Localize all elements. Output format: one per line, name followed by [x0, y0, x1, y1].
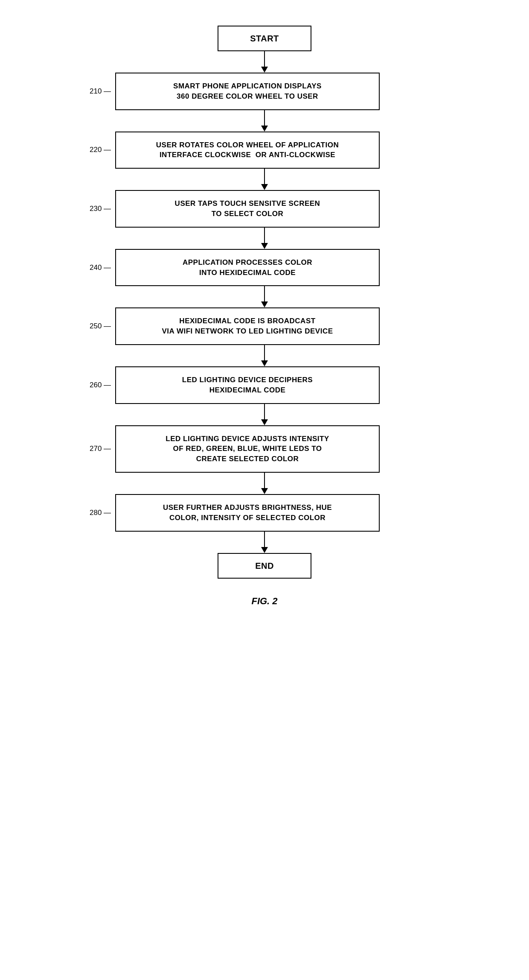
- arrow-line-0: [264, 51, 265, 67]
- arrow-head-8: [261, 547, 268, 553]
- arrow-line-5: [264, 345, 265, 360]
- arrow-8: [261, 532, 268, 553]
- arrow-6: [261, 404, 268, 425]
- end-box: END: [218, 553, 311, 579]
- flow-wrapper: START 210 — SMART PHONE APPLICATION DISP…: [115, 26, 414, 579]
- diagram-container: START 210 — SMART PHONE APPLICATION DISP…: [0, 0, 529, 980]
- arrow-head-6: [261, 419, 268, 425]
- step-label-270: 270 —: [90, 445, 111, 453]
- step-box-280: USER FURTHER ADJUSTS BRIGHTNESS, HUECOLO…: [115, 494, 380, 532]
- fig-caption: FIG. 2: [251, 596, 277, 607]
- step-box-240: APPLICATION PROCESSES COLORINTO HEXIDECI…: [115, 249, 380, 287]
- arrow-head-0: [261, 67, 268, 73]
- step-box-230: USER TAPS TOUCH SENSITVE SCREENTO SELECT…: [115, 190, 380, 228]
- arrow-head-5: [261, 360, 268, 366]
- step-label-240: 240 —: [90, 263, 111, 272]
- arrow-4: [261, 286, 268, 307]
- arrow-line-2: [264, 169, 265, 184]
- step-box-270: LED LIGHTING DEVICE ADJUSTS INTENSITYOF …: [115, 425, 380, 473]
- arrow-line-8: [264, 532, 265, 547]
- step-box-250: HEXIDECIMAL CODE IS BROADCASTVIA WIFI NE…: [115, 307, 380, 345]
- arrow-head-7: [261, 488, 268, 494]
- step-row-240: 240 — APPLICATION PROCESSES COLORINTO HE…: [115, 249, 414, 287]
- step-label-220: 220 —: [90, 146, 111, 154]
- step-label-210: 210 —: [90, 87, 111, 96]
- step-box-220: USER ROTATES COLOR WHEEL OF APPLICATIONI…: [115, 132, 380, 169]
- arrow-line-4: [264, 286, 265, 301]
- step-row-230: 230 — USER TAPS TOUCH SENSITVE SCREENTO …: [115, 190, 414, 228]
- step-label-230: 230 —: [90, 205, 111, 213]
- arrow-5: [261, 345, 268, 366]
- arrow-0: [261, 51, 268, 73]
- step-box-260: LED LIGHTING DEVICE DECIPHERSHEXIDECIMAL…: [115, 366, 380, 404]
- arrow-1: [261, 110, 268, 132]
- arrow-line-1: [264, 110, 265, 126]
- arrow-line-3: [264, 228, 265, 243]
- start-box: START: [218, 26, 311, 51]
- arrow-2: [261, 169, 268, 190]
- arrow-7: [261, 473, 268, 494]
- end-node: END: [218, 553, 311, 579]
- step-box-210: SMART PHONE APPLICATION DISPLAYS360 DEGR…: [115, 73, 380, 110]
- step-label-280: 280 —: [90, 509, 111, 517]
- arrow-head-1: [261, 126, 268, 132]
- arrow-head-4: [261, 301, 268, 307]
- step-label-250: 250 —: [90, 322, 111, 331]
- step-label-260: 260 —: [90, 381, 111, 389]
- arrow-line-7: [264, 473, 265, 488]
- arrow-head-2: [261, 184, 268, 190]
- step-row-210: 210 — SMART PHONE APPLICATION DISPLAYS36…: [115, 73, 414, 110]
- step-row-220: 220 — USER ROTATES COLOR WHEEL OF APPLIC…: [115, 132, 414, 169]
- start-node: START: [218, 26, 311, 51]
- arrow-3: [261, 228, 268, 249]
- arrow-head-3: [261, 243, 268, 249]
- step-row-280: 280 — USER FURTHER ADJUSTS BRIGHTNESS, H…: [115, 494, 414, 532]
- step-row-270: 270 — LED LIGHTING DEVICE ADJUSTS INTENS…: [115, 425, 414, 473]
- arrow-line-6: [264, 404, 265, 419]
- step-row-250: 250 — HEXIDECIMAL CODE IS BROADCASTVIA W…: [115, 307, 414, 345]
- step-row-260: 260 — LED LIGHTING DEVICE DECIPHERSHEXID…: [115, 366, 414, 404]
